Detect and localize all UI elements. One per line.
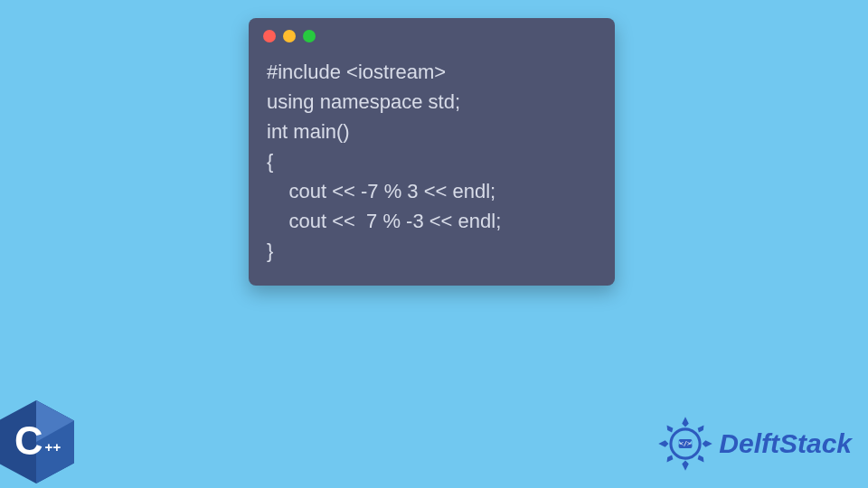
maximize-icon — [303, 30, 316, 42]
cpp-letter: C — [14, 419, 42, 463]
medallion-icon: </> — [657, 416, 713, 472]
brand-name: DelftStack — [719, 428, 852, 459]
code-line: { — [267, 146, 597, 176]
window-titlebar — [249, 18, 615, 48]
code-line: #include <iostream> — [267, 57, 597, 87]
cpp-logo-icon: C ++ — [0, 400, 74, 483]
svg-text:</>: </> — [680, 440, 691, 447]
cpp-plus: ++ — [45, 439, 61, 455]
brand-logo: </> DelftStack — [657, 416, 852, 472]
code-line: cout << 7 % -3 << endl; — [267, 206, 597, 236]
minimize-icon — [283, 30, 296, 42]
code-body: #include <iostream> using namespace std;… — [249, 48, 615, 286]
code-line: cout << -7 % 3 << endl; — [267, 176, 597, 206]
code-line: using namespace std; — [267, 87, 597, 117]
code-line: } — [267, 236, 597, 266]
code-window: #include <iostream> using namespace std;… — [249, 18, 615, 286]
code-line: int main() — [267, 117, 597, 146]
close-icon — [263, 30, 276, 42]
